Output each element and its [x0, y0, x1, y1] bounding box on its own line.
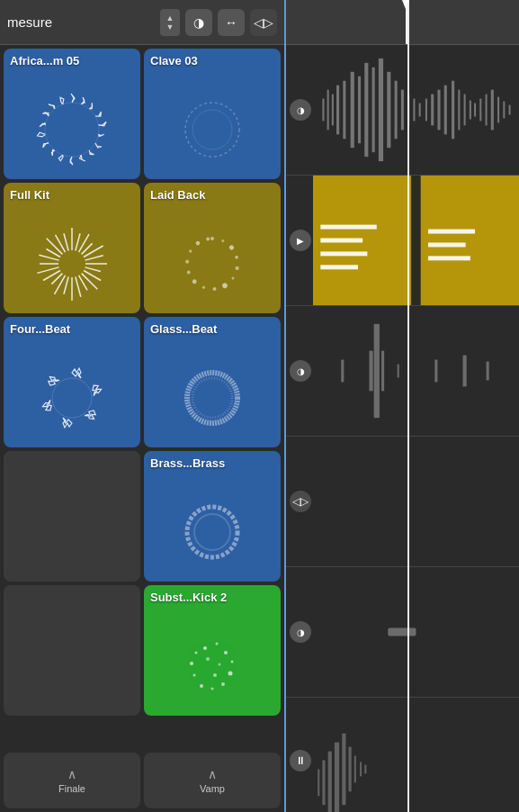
- svg-line-5: [79, 234, 90, 252]
- track-2-waveform: [313, 176, 519, 305]
- svg-rect-122: [335, 743, 339, 812]
- svg-point-31: [235, 266, 239, 270]
- svg-rect-127: [364, 764, 366, 773]
- svg-point-44: [192, 378, 232, 418]
- track-1-control[interactable]: ◑: [290, 99, 311, 121]
- cell-clave-03-label: Clave 03: [150, 54, 198, 68]
- half-moon-button[interactable]: ◑: [185, 9, 212, 36]
- svg-rect-125: [354, 756, 356, 783]
- svg-rect-100: [320, 265, 358, 269]
- svg-rect-73: [372, 68, 375, 152]
- track-row-3: ◑: [286, 306, 519, 437]
- svg-rect-66: [327, 90, 329, 131]
- diamond-button[interactable]: ◁▷: [250, 9, 277, 36]
- cell-laid-back[interactable]: Laid Back: [144, 183, 281, 313]
- finale-button[interactable]: ∧ Finale: [4, 753, 140, 808]
- svg-rect-80: [419, 104, 421, 117]
- svg-point-59: [219, 663, 221, 666]
- svg-rect-88: [470, 101, 471, 120]
- track-6-control[interactable]: ⏸: [290, 750, 311, 771]
- svg-rect-74: [379, 59, 383, 161]
- track-2-control[interactable]: ▶: [290, 230, 311, 251]
- svg-rect-67: [332, 95, 334, 126]
- svg-rect-99: [320, 251, 367, 256]
- svg-point-28: [221, 239, 225, 243]
- svg-point-2: [192, 110, 232, 149]
- svg-point-57: [195, 652, 198, 654]
- svg-rect-70: [351, 72, 354, 148]
- track-1-content: [313, 45, 519, 175]
- cell-africa-m05[interactable]: Africa...m 05: [4, 49, 140, 179]
- track-1-waveform: [313, 45, 519, 175]
- svg-point-54: [200, 684, 203, 688]
- svg-rect-61: [286, 0, 519, 40]
- cell-empty2[interactable]: [4, 585, 140, 716]
- vamp-button[interactable]: ∧ Vamp: [144, 753, 281, 808]
- svg-rect-115: [313, 437, 519, 566]
- svg-point-39: [188, 249, 192, 254]
- svg-line-24: [47, 239, 63, 255]
- cell-empty1[interactable]: [4, 451, 140, 582]
- cell-four-beat-label: Four...Beat: [10, 322, 70, 336]
- svg-rect-85: [452, 81, 454, 140]
- svg-rect-76: [395, 81, 398, 140]
- track-5-control[interactable]: ◑: [290, 621, 311, 643]
- svg-point-1: [185, 103, 239, 157]
- svg-point-55: [193, 674, 196, 677]
- svg-rect-123: [342, 734, 345, 805]
- track-4-content: [313, 437, 519, 566]
- svg-rect-75: [387, 72, 390, 148]
- finale-label: Finale: [58, 783, 85, 794]
- track-row-2: ▶: [286, 176, 519, 306]
- cell-brass-brass[interactable]: Brass...Brass: [144, 451, 281, 582]
- track-5-waveform: [313, 567, 519, 697]
- track-row-5: ◑: [286, 567, 519, 698]
- cell-full-kit[interactable]: Full Kit: [4, 183, 140, 313]
- svg-point-36: [192, 278, 198, 284]
- svg-rect-84: [444, 86, 447, 135]
- vamp-label: Vamp: [200, 783, 225, 794]
- arrow-button[interactable]: ↔: [218, 9, 245, 36]
- track-6-waveform: [313, 698, 519, 812]
- svg-line-8: [85, 256, 103, 260]
- svg-line-17: [55, 275, 66, 294]
- svg-rect-87: [464, 95, 466, 126]
- cell-clave-03[interactable]: Clave 03: [144, 49, 281, 179]
- track-row-1: ◑: [286, 45, 519, 176]
- svg-point-60: [213, 673, 217, 677]
- svg-rect-111: [398, 365, 399, 378]
- svg-rect-98: [320, 239, 362, 243]
- track-2-content: [313, 176, 519, 305]
- svg-rect-82: [431, 95, 434, 126]
- track-3-control[interactable]: ◑: [290, 360, 311, 382]
- svg-rect-124: [349, 747, 352, 792]
- track-4-waveform: [313, 437, 519, 566]
- svg-point-48: [216, 643, 219, 645]
- svg-rect-102: [421, 176, 519, 305]
- track-5-content: [313, 567, 519, 697]
- svg-point-0: [45, 103, 99, 157]
- svg-rect-72: [364, 63, 368, 157]
- cell-laid-back-label: Laid Back: [150, 188, 205, 202]
- svg-line-7: [84, 246, 103, 257]
- svg-point-35: [201, 285, 205, 289]
- cell-subst-kick2[interactable]: Subst...Kick 2: [144, 585, 281, 716]
- svg-rect-101: [411, 176, 420, 305]
- svg-rect-114: [487, 362, 489, 381]
- svg-point-34: [212, 287, 216, 291]
- svg-rect-78: [407, 95, 409, 126]
- svg-line-20: [37, 267, 58, 273]
- cell-glass-beat[interactable]: Glass...Beat: [144, 317, 281, 447]
- cell-glass-beat-label: Glass...Beat: [150, 322, 217, 336]
- svg-point-37: [186, 270, 191, 275]
- stepper-control[interactable]: ▲ ▼: [160, 9, 180, 36]
- cell-four-beat[interactable]: Four...Beat: [4, 317, 140, 447]
- track-3-content: [313, 306, 519, 436]
- svg-point-43: [187, 373, 237, 423]
- track-row-4: ◁▷: [286, 437, 519, 567]
- svg-rect-93: [497, 97, 499, 123]
- vamp-arrow-icon: ∧: [208, 767, 217, 781]
- track-4-control[interactable]: ◁▷: [290, 491, 311, 512]
- svg-rect-86: [458, 90, 460, 131]
- svg-point-46: [194, 514, 230, 550]
